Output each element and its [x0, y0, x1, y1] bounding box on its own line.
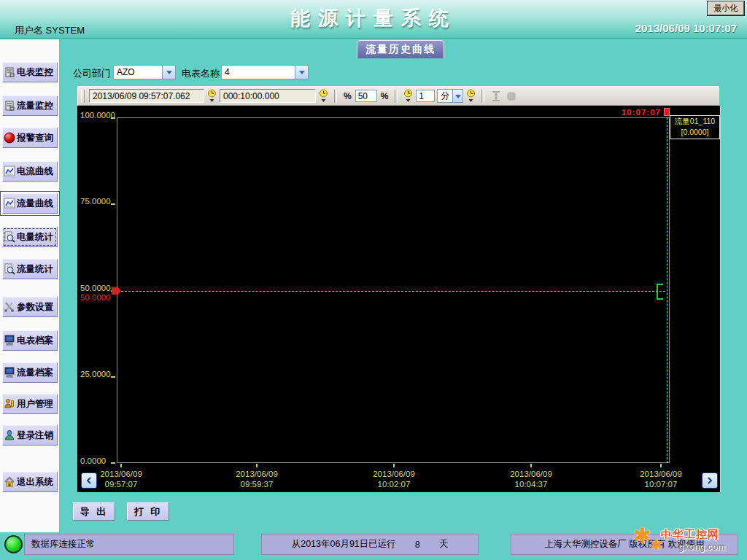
interval-input[interactable]: [416, 90, 435, 102]
x-axis-tick-label: 2013/06/09 09:57:07: [88, 469, 155, 490]
sidebar-item-label: 电量统计: [17, 231, 53, 244]
sidebar-item-flow-monitor[interactable]: 流量监控: [2, 96, 58, 116]
meter-name-value: 4: [222, 67, 295, 77]
meter-doc-icon: [4, 100, 17, 112]
department-label: 公司部门: [73, 67, 111, 80]
fit-vertical-icon: [489, 90, 503, 102]
curve-icon: [4, 166, 17, 177]
x-axis-tick-label: 2013/06/09 10:07:07: [627, 469, 694, 490]
interval-unit-value: 分: [438, 90, 452, 102]
header-bar: 能源计量系统 用户名 SYSTEM 2013/06/09 10:07:07 最小…: [0, 0, 747, 39]
scroll-left-button[interactable]: [81, 472, 97, 489]
db-status-led: [4, 535, 23, 553]
meter-name-select[interactable]: 4: [221, 65, 309, 79]
y-axis-tick-label: 100.0000: [80, 111, 115, 120]
minimize-button[interactable]: 最小化: [708, 1, 744, 15]
copyright-text: 上海大华测控设备厂 版权所有 欢迎使用: [544, 538, 704, 551]
sidebar-item-label: 退出系统: [17, 476, 53, 489]
sidebar-item-alarm-query[interactable]: 报警查询: [2, 128, 58, 148]
save-view-icon: [505, 90, 518, 102]
start-time-field[interactable]: 2013/06/09 09:57:07.062: [89, 89, 204, 103]
sidebar-item-meter-monitor[interactable]: 电表监控: [2, 62, 58, 82]
sidebar-item-label: 电流曲线: [17, 166, 53, 178]
x-axis-tick-label: 2013/06/09 09:59:37: [223, 469, 290, 490]
percent-up-button[interactable]: %: [379, 91, 390, 101]
sidebar-item-flow-stats[interactable]: 流量统计: [2, 259, 58, 279]
toolbar-separator: [481, 90, 484, 103]
horizontal-cursor-line[interactable]: [121, 291, 665, 292]
series-legend: 流量01_110 [0.0000]: [670, 115, 720, 139]
y-axis-tick-label: 75.0000: [80, 197, 111, 206]
x-tick-time: 10:02:07: [360, 479, 427, 489]
y-axis-tick-label: 25.0000: [80, 370, 111, 378]
x-axis-tick: [660, 464, 662, 467]
department-select[interactable]: AZO: [113, 65, 176, 79]
percent-down-button[interactable]: %: [342, 91, 353, 101]
chevron-down-icon[interactable]: [452, 90, 462, 102]
sidebar-item-login-logout[interactable]: 登录注销: [2, 425, 58, 446]
username-label: 用户名 SYSTEM: [15, 24, 85, 37]
sidebar-item-user-management[interactable]: 用户管理: [2, 394, 58, 414]
interval-apply-clock-icon[interactable]: [465, 89, 476, 103]
x-tick-time: 09:57:07: [88, 479, 155, 489]
sidebar-item-flow-archive[interactable]: 流量档案: [2, 362, 58, 383]
sidebar-item-energy-stats[interactable]: 电量统计: [2, 227, 58, 247]
vertical-cursor-flag-icon[interactable]: [664, 108, 670, 116]
db-status-box: 数据库连接正常: [24, 534, 234, 555]
sidebar: 电表监控 流量监控 报警查询 电流曲线 流量曲线 电量统计 流量统计 参数设置 …: [0, 39, 60, 532]
y-axis-tick-label: 0.0000: [80, 456, 106, 465]
range-bracket-icon: [656, 283, 665, 300]
curve-icon: [4, 198, 17, 209]
chart-toolbar: 2013/06/09 09:57:07.062 000:10:00.000 % …: [77, 86, 719, 106]
sidebar-item-label: 流量监控: [17, 100, 53, 112]
sidebar-item-flow-curve[interactable]: 流量曲线: [2, 193, 58, 214]
chevron-down-icon[interactable]: [295, 66, 308, 79]
x-tick-time: 10:04:37: [498, 479, 565, 489]
plot-area[interactable]: [117, 117, 670, 463]
start-time-clock-icon[interactable]: [206, 89, 217, 103]
sidebar-item-exit-system[interactable]: 退出系统: [2, 472, 58, 492]
user-icon: [4, 429, 17, 441]
x-axis-tick-label: 2013/06/09 10:02:07: [360, 469, 427, 490]
toolbar-separator: [395, 90, 398, 103]
x-tick-time: 10:07:07: [627, 479, 694, 489]
meter-doc-icon: [4, 66, 17, 78]
tab-flow-history-curve[interactable]: 流量历史曲线: [357, 40, 444, 58]
sidebar-item-current-curve[interactable]: 电流曲线: [2, 161, 58, 182]
department-value: AZO: [114, 67, 162, 77]
percent-input[interactable]: [355, 90, 377, 102]
user-admin-icon: [4, 398, 17, 410]
sidebar-item-param-settings[interactable]: 参数设置: [2, 297, 58, 317]
toolbar-separator: [334, 90, 337, 103]
scroll-right-button[interactable]: [702, 472, 718, 489]
x-axis-tick: [530, 464, 532, 467]
cursor-time-label: 10:07:07: [588, 108, 661, 117]
print-button[interactable]: 打 印: [127, 502, 169, 521]
x-axis-tick: [256, 464, 258, 467]
alarm-ball-icon: [4, 132, 17, 144]
runtime-unit: 天: [439, 538, 449, 551]
datetime-display: 2013/06/09 10:07:07: [635, 22, 737, 34]
runtime-prefix: 从2013年06月91日已运行: [292, 538, 396, 551]
chevron-down-icon[interactable]: [162, 66, 175, 79]
legend-series-value: [0.0000]: [670, 127, 719, 138]
monitor-icon: [4, 367, 17, 378]
x-tick-date: 2013/06/09: [498, 469, 565, 479]
interval-unit-select[interactable]: 分: [437, 89, 463, 103]
sidebar-item-label: 登录注销: [17, 429, 53, 442]
runtime-box: 从2013年06月91日已运行 8 天: [261, 534, 479, 555]
time-span-clock-icon[interactable]: [318, 89, 329, 103]
interval-clock-icon[interactable]: [403, 89, 414, 103]
sidebar-item-label: 流量统计: [17, 263, 53, 276]
x-axis-tick: [120, 464, 122, 467]
time-span-field[interactable]: 000:10:00.000: [220, 89, 316, 103]
y-axis-tick: [111, 117, 115, 119]
sidebar-item-meter-archive[interactable]: 电表档案: [2, 330, 58, 351]
vertical-cursor-line[interactable]: [667, 117, 667, 463]
x-tick-date: 2013/06/09: [88, 469, 155, 479]
y-axis-tick: [111, 203, 115, 205]
x-tick-time: 09:59:37: [223, 479, 290, 489]
x-tick-date: 2013/06/09: [223, 469, 290, 479]
export-button[interactable]: 导 出: [73, 502, 115, 521]
meter-name-label: 电表名称: [182, 67, 220, 80]
